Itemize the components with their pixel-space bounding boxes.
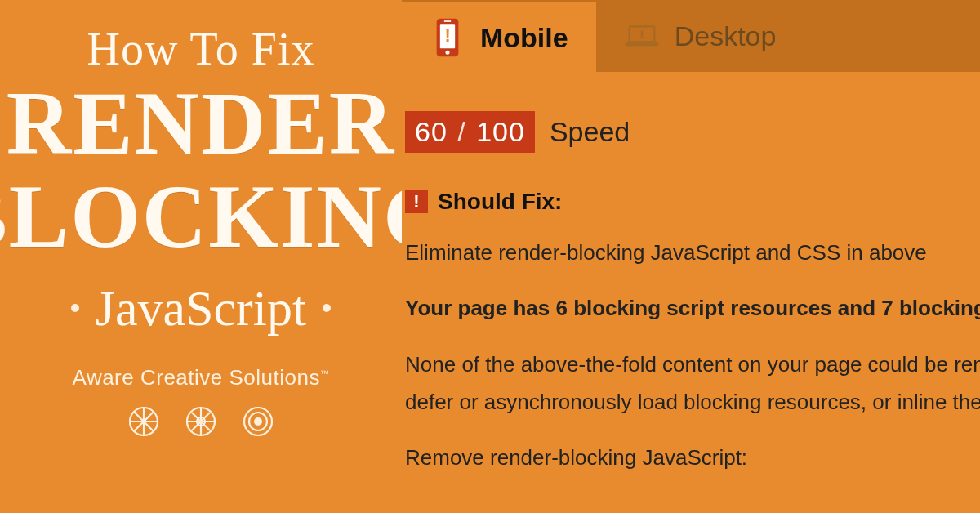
should-fix-row: ! Should Fix:: [405, 189, 978, 215]
tab-desktop-label: Desktop: [675, 20, 777, 52]
svg-text:!: !: [639, 29, 643, 41]
title-rule: JavaScript: [71, 279, 331, 337]
score-value: 60: [415, 116, 448, 147]
dot-icon: [71, 304, 79, 312]
tab-mobile-label: Mobile: [480, 22, 568, 54]
target-icon: [242, 405, 274, 438]
rec-line-5: Remove render-blocking JavaScript:: [405, 441, 978, 474]
tab-desktop[interactable]: ! Desktop: [596, 0, 804, 72]
brand-text: Aware Creative Solutions: [73, 365, 320, 390]
score-row: 60 / 100 Speed: [405, 111, 978, 153]
dot-icon: [323, 304, 331, 312]
recommendation-body: Eliminate render-blocking JavaScript and…: [405, 236, 978, 474]
score-of: 100: [476, 116, 525, 147]
pagespeed-content: 60 / 100 Speed ! Should Fix: Eliminate r…: [403, 85, 980, 513]
svg-point-17: [446, 51, 450, 55]
brand-icons: [127, 405, 274, 438]
should-fix-label: Should Fix:: [438, 189, 562, 215]
pagespeed-panel: ! Mobile ! Desktop 60 / 100: [402, 0, 980, 513]
compass-icon: [127, 405, 160, 438]
svg-point-13: [254, 417, 262, 426]
svg-text:!: !: [444, 25, 450, 46]
title-panel: How To Fix RENDER BLOCKING JavaScript Aw…: [0, 0, 402, 513]
title-line2: BLOCKING: [0, 173, 455, 261]
page: How To Fix RENDER BLOCKING JavaScript Aw…: [0, 0, 980, 513]
device-tabs: ! Mobile ! Desktop: [402, 0, 980, 72]
svg-rect-16: [444, 20, 451, 22]
tab-mobile[interactable]: ! Mobile: [402, 2, 596, 72]
rec-line-3: None of the above-the-fold content on yo…: [405, 348, 978, 381]
title-script: JavaScript: [96, 279, 306, 337]
mobile-icon: !: [430, 16, 466, 60]
svg-rect-20: [626, 42, 658, 46]
rec-line-1: Eliminate render-blocking JavaScript and…: [405, 236, 978, 269]
brand-name: Aware Creative Solutions™: [73, 365, 330, 390]
citrus-icon: [185, 405, 217, 438]
alert-icon: !: [405, 190, 428, 213]
rec-line-2: Your page has 6 blocking script resource…: [405, 292, 978, 324]
score-badge: 60 / 100: [405, 111, 535, 153]
title-howto: How To Fix: [87, 23, 315, 75]
brand-tm: ™: [320, 368, 330, 378]
rec-line-4: defer or asynchronously load blocking re…: [405, 386, 978, 418]
desktop-icon: !: [624, 14, 660, 58]
score-label: Speed: [550, 116, 630, 148]
title-line1: RENDER: [7, 80, 396, 168]
